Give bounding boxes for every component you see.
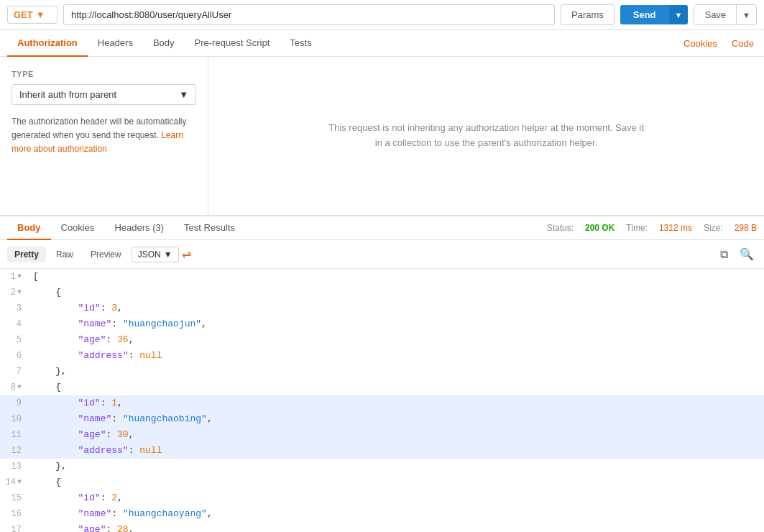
line-number-9: 9 (0, 395, 29, 411)
code-content-11: "age": 30, (29, 427, 134, 443)
code-area[interactable]: 1▼[2▼ {3 "id": 3,4 "name": "huangchaojun… (0, 269, 764, 532)
send-button[interactable]: Send (620, 5, 669, 24)
method-select[interactable]: GET ▼ (7, 6, 57, 24)
code-content-16: "name": "huangchaoyang", (29, 506, 213, 522)
code-line-11: 11 "age": 30, (0, 427, 764, 443)
line-number-14: 14▼ (0, 474, 29, 490)
code-line-17: 17 "age": 28, (0, 522, 764, 532)
line-number-13: 13 (0, 459, 29, 474)
tab-pre-request-script[interactable]: Pre-request Script (185, 30, 280, 57)
auth-right-panel: This request is not inheriting any autho… (208, 57, 764, 215)
code-line-14: 14▼ { (0, 474, 764, 490)
line-number-1: 1▼ (0, 269, 29, 285)
collapse-arrow-1[interactable]: ▼ (17, 269, 22, 285)
code-content-13: }, (29, 459, 67, 474)
tab-headers[interactable]: Headers (88, 30, 143, 57)
preview-button[interactable]: Preview (83, 247, 129, 262)
code-content-5: "age": 36, (29, 332, 134, 348)
send-btn-group: Send ▼ (620, 5, 689, 24)
code-line-15: 15 "id": 2, (0, 490, 764, 506)
format-bar: Pretty Raw Preview JSON ▼ ⇌ ⧉ 🔍 (0, 240, 764, 269)
code-line-10: 10 "name": "huangchaobing", (0, 411, 764, 427)
status-value: 200 OK (585, 223, 615, 233)
line-number-7: 7 (0, 364, 29, 380)
code-line-16: 16 "name": "huangchaoyang", (0, 506, 764, 522)
send-dropdown[interactable]: ▼ (669, 5, 689, 24)
code-line-13: 13 }, (0, 459, 764, 474)
auth-select-chevron: ▼ (179, 89, 188, 100)
res-tab-test-results[interactable]: Test Results (174, 216, 245, 240)
format-chevron: ▼ (164, 249, 172, 260)
size-value: 298 B (735, 223, 757, 233)
line-number-2: 2▼ (0, 285, 29, 301)
auth-message: This request is not inheriting any autho… (325, 121, 648, 151)
tab-tests[interactable]: Tests (280, 30, 321, 57)
res-tab-body[interactable]: Body (7, 216, 51, 240)
code-content-9: "id": 1, (29, 395, 123, 411)
line-number-6: 6 (0, 348, 29, 364)
cookies-link[interactable]: Cookies (681, 31, 720, 56)
request-tabs-row: Authorization Headers Body Pre-request S… (0, 30, 764, 57)
method-label: GET (14, 9, 33, 20)
response-tabs-row: Body Cookies Headers (3) Test Results St… (0, 215, 764, 240)
code-content-17: "age": 28, (29, 522, 134, 532)
format-select[interactable]: JSON ▼ (132, 247, 179, 262)
line-number-5: 5 (0, 332, 29, 348)
code-content-3: "id": 3, (29, 301, 123, 316)
pretty-button[interactable]: Pretty (7, 247, 46, 262)
code-line-5: 5 "age": 36, (0, 332, 764, 348)
code-line-9: 9 "id": 1, (0, 395, 764, 411)
raw-button[interactable]: Raw (49, 247, 80, 262)
code-link[interactable]: Code (729, 31, 757, 56)
wrap-icon[interactable]: ⇌ (182, 247, 191, 261)
response-status: Status: 200 OK Time: 1312 ms Size: 298 B (547, 223, 757, 233)
save-dropdown[interactable]: ▼ (736, 5, 756, 24)
code-content-6: "address": null (29, 348, 162, 364)
auth-select-value: Inherit auth from parent (19, 89, 116, 100)
save-btn-group: Save ▼ (694, 4, 757, 25)
code-content-8: { (29, 380, 61, 395)
collapse-arrow-14[interactable]: ▼ (17, 474, 22, 490)
auth-section: TYPE Inherit auth from parent ▼ The auth… (0, 57, 764, 215)
save-button[interactable]: Save (694, 5, 736, 24)
format-label: JSON (138, 249, 161, 260)
line-number-8: 8▼ (0, 380, 29, 395)
collapse-arrow-2[interactable]: ▼ (17, 285, 22, 301)
format-bar-right: ⧉ 🔍 (717, 244, 757, 264)
line-number-12: 12 (0, 443, 29, 459)
code-line-3: 3 "id": 3, (0, 301, 764, 316)
code-content-1: [ (29, 269, 39, 285)
code-content-2: { (29, 285, 61, 301)
code-line-2: 2▼ { (0, 285, 764, 301)
tab-authorization[interactable]: Authorization (7, 30, 88, 57)
code-line-8: 8▼ { (0, 380, 764, 395)
auth-type-select[interactable]: Inherit auth from parent ▼ (11, 84, 196, 105)
line-number-4: 4 (0, 316, 29, 332)
code-line-7: 7 }, (0, 364, 764, 380)
code-line-12: 12 "address": null (0, 443, 764, 459)
url-input[interactable] (63, 4, 555, 25)
line-number-3: 3 (0, 301, 29, 316)
search-button[interactable]: 🔍 (737, 244, 757, 264)
line-number-10: 10 (0, 411, 29, 427)
auth-left-panel: TYPE Inherit auth from parent ▼ The auth… (0, 57, 208, 215)
code-content-14: { (29, 474, 61, 490)
code-line-4: 4 "name": "huangchaojun", (0, 316, 764, 332)
method-chevron: ▼ (36, 9, 45, 20)
size-label: Size: (704, 223, 723, 233)
code-content-7: }, (29, 364, 67, 380)
res-tab-cookies[interactable]: Cookies (51, 216, 105, 240)
collapse-arrow-8[interactable]: ▼ (17, 380, 22, 395)
copy-button[interactable]: ⧉ (717, 244, 731, 264)
tab-right-links: Cookies Code (681, 31, 757, 56)
line-number-11: 11 (0, 427, 29, 443)
code-content-15: "id": 2, (29, 490, 123, 506)
tab-body[interactable]: Body (143, 30, 185, 57)
res-tab-headers[interactable]: Headers (3) (104, 216, 174, 240)
top-bar: GET ▼ Params Send ▼ Save ▼ (0, 0, 764, 30)
code-content-12: "address": null (29, 443, 162, 459)
line-number-16: 16 (0, 506, 29, 522)
params-button[interactable]: Params (561, 4, 615, 25)
time-value: 1312 ms (659, 223, 692, 233)
status-label: Status: (547, 223, 574, 233)
